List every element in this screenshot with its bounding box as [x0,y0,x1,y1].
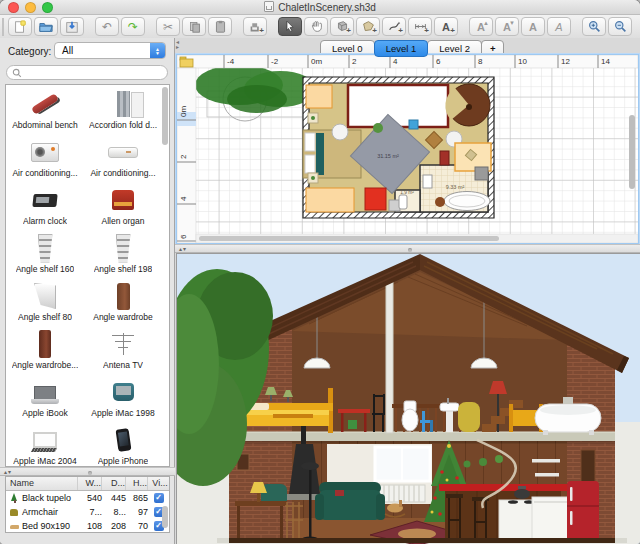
catalog-item[interactable]: Apple iBook [6,373,84,421]
pan-tool-button[interactable] [304,17,328,36]
svg-text:-2: -2 [271,57,279,66]
catalog-item[interactable]: Angle wardrobe... [6,325,84,373]
create-dimensions-button[interactable]: + [408,17,432,36]
catalog-item[interactable]: Apple iMac 1998 [84,373,162,421]
decrease-text-size-button[interactable]: A▼ [495,17,519,36]
plan-red-square[interactable] [365,188,386,210]
document-icon [264,1,274,12]
catalog-item[interactable]: Accordion fold d... [84,85,162,133]
splitter-arrows-icon[interactable]: ▴▾ [179,245,187,252]
open-button[interactable] [34,17,58,36]
catalog-scrollbar[interactable] [162,87,168,145]
catalog-table-splitter[interactable]: ▴▾ [0,467,175,476]
bold-button[interactable]: A [521,17,545,36]
splitter-arrows-icon[interactable]: ▴▾ [4,468,12,475]
plan-red-cabinet[interactable] [440,151,449,165]
table-row[interactable]: Bed 90x190 108 208 70 ✓ [6,519,169,533]
center-post [386,270,393,433]
undo-button[interactable]: ↶ [95,17,119,36]
table-header[interactable]: Name W... D... H... Vi... [6,477,169,491]
catalog-item[interactable]: Air conditioning... [84,133,162,181]
visible-checkbox[interactable]: ✓ [154,493,164,503]
plan-3d-splitter[interactable]: ▴▾ [175,244,640,253]
add-furniture-button[interactable]: + [243,17,267,36]
plan-2d-view[interactable]: 31.15 m² 9.33 m² 1.9 m² -4 -2 0m 2 4 [177,55,638,243]
zoom-out-icon [614,20,627,33]
plan-blue-item[interactable] [409,120,418,129]
catalog-item[interactable]: Angle shelf 80 [6,277,84,325]
save-button[interactable] [60,17,84,36]
view-3d[interactable] [176,253,640,544]
category-value: All [62,45,150,56]
select-tool-button[interactable] [278,17,302,36]
home-furniture-table[interactable]: Name W... D... H... Vi... Black tupelo 5… [5,476,170,533]
increase-text-size-button[interactable]: A▲ [469,17,493,36]
level-tabs: Level 0 Level 1 Level 2 + [320,40,503,55]
plan-plant[interactable] [373,123,383,133]
plan-floorplan[interactable]: 31.15 m² 9.33 m² 1.9 m² [303,77,494,218]
search-input[interactable] [22,67,167,78]
copy-icon [188,20,201,33]
angle-shelf-160-icon [25,232,65,264]
table-row[interactable]: Armchair 7... 8... 97 ✓ [6,505,169,519]
create-walls-button[interactable]: + [330,17,354,36]
pane-collapse-icon[interactable]: ◂▸ [176,40,179,50]
green-sofa [315,482,385,520]
catalog-item[interactable]: Angle shelf 198 [84,229,162,277]
yellow-armchair [458,402,480,432]
splitter-handle-icon [408,248,412,252]
svg-text:4: 4 [393,57,398,66]
pan-icon [310,20,323,33]
tab-level-1[interactable]: Level 1 [374,40,429,57]
catalog-item[interactable]: Air conditioning... [6,133,84,181]
angle-shelf-80-icon [25,280,65,312]
search-field[interactable] [6,65,168,80]
save-icon [65,20,79,34]
armchair-icon [10,507,19,517]
table-scrollbar[interactable] [162,506,168,528]
plan-round-table[interactable] [332,124,348,140]
plan-balcony[interactable] [348,85,448,127]
plan-bed-small[interactable] [306,85,332,108]
furniture-catalog-panel: Category: All ▲▼ Abdominal bench Accordi… [0,38,175,544]
catalog-item[interactable]: Abdominal bench [6,85,84,133]
new-home-button[interactable] [8,17,32,36]
plan-horizontal-scrollbar[interactable] [199,236,499,241]
zoom-out-button[interactable] [608,17,632,36]
zoom-in-button[interactable] [582,17,606,36]
search-icon [12,68,22,78]
add-text-button[interactable]: A + [434,17,458,36]
redo-button[interactable]: ↷ [121,17,145,36]
catalog-item[interactable]: Antena TV [84,325,162,373]
apple-ibook-icon [25,376,65,408]
catalog-item[interactable]: Alarm clock [6,181,84,229]
cut-button[interactable]: ✂ [156,17,180,36]
plan-bed-bottom[interactable] [306,188,354,212]
tree-icon [10,493,19,503]
table-row[interactable]: Black tupelo 540 445 865 ✓ [6,491,169,505]
italic-button[interactable]: A [547,17,571,36]
zoom-in-icon [588,20,601,33]
allen-organ-icon [103,184,143,216]
paste-button[interactable] [208,17,232,36]
category-label: Category: [8,46,51,57]
plan-bathtub[interactable] [444,192,490,211]
plan-toilet[interactable] [399,195,407,209]
svg-text:0m: 0m [179,106,188,117]
copy-button[interactable] [182,17,206,36]
catalog-item[interactable]: Angle shelf 160 [6,229,84,277]
open-icon [39,20,53,34]
catalog-item[interactable]: Allen organ [84,181,162,229]
create-rooms-button[interactable]: + [356,17,380,36]
catalog-item[interactable]: Apple iMac 2004 [6,421,84,467]
catalog-item[interactable]: Apple iPhone [84,421,162,467]
plan-panel: ◂▸ Level 0 Level 1 Level 2 + [175,38,640,544]
category-select[interactable]: All ▲▼ [54,42,166,59]
title-bar[interactable]: ChaletInScenery.sh3d [0,0,640,15]
catalog-item[interactable]: Angle wardrobe [84,277,162,325]
create-polylines-button[interactable]: + [382,17,406,36]
apple-iphone-icon [103,424,143,456]
plan-vertical-scrollbar[interactable] [629,115,635,189]
angle-shelf-198-icon [103,232,143,264]
catalog-list[interactable]: Abdominal bench Accordion fold d... Air … [5,84,170,467]
